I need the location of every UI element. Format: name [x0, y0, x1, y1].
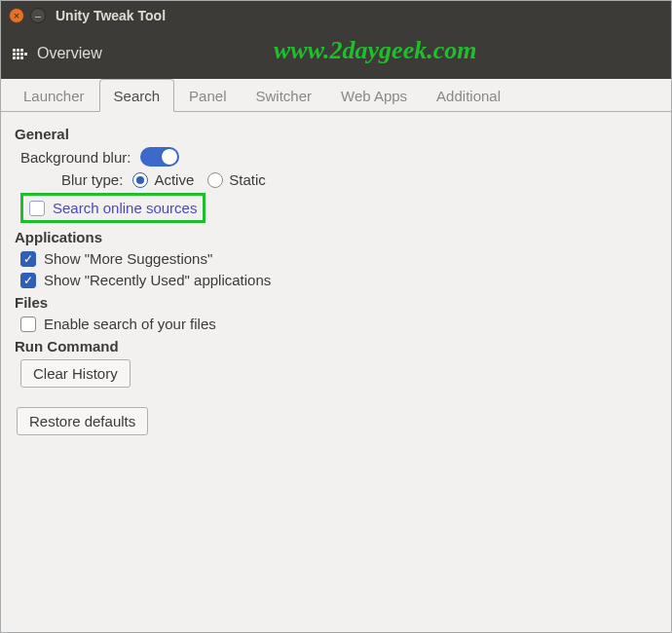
search-online-sources-checkbox[interactable]: Search online sources [29, 200, 197, 216]
overview-button[interactable]: Overview [37, 45, 102, 62]
window: Unity Tweak Tool Overview www.2daygeek.c… [0, 0, 672, 633]
overview-icon[interactable] [13, 49, 27, 59]
highlighted-option: Search online sources [20, 193, 205, 223]
radio-icon [207, 172, 223, 188]
toolbar: Overview www.2daygeek.com [1, 30, 671, 79]
window-title: Unity Tweak Tool [56, 8, 166, 23]
blur-type-static-radio[interactable]: Static [207, 171, 266, 188]
more-suggestions-label: Show "More Suggestions" [44, 250, 212, 267]
tab-panel[interactable]: Panel [174, 79, 241, 111]
background-blur-switch[interactable] [140, 147, 179, 167]
restore-defaults-button[interactable]: Restore defaults [17, 407, 148, 435]
blur-type-static-label: Static [229, 171, 266, 188]
checkbox-icon [29, 201, 45, 216]
blur-type-active-radio[interactable]: Active [132, 171, 194, 188]
titlebar: Unity Tweak Tool [1, 1, 671, 30]
tab-web-apps[interactable]: Web Apps [326, 79, 422, 111]
clear-history-button[interactable]: Clear History [20, 359, 131, 388]
blur-type-active-label: Active [154, 171, 194, 188]
search-online-sources-label: Search online sources [53, 200, 197, 216]
enable-file-search-checkbox[interactable]: Enable search of your files [20, 316, 216, 332]
tab-additional[interactable]: Additional [422, 79, 515, 111]
watermark-text: www.2daygeek.com [274, 36, 476, 65]
enable-file-search-label: Enable search of your files [44, 316, 216, 332]
tab-bar: Launcher Search Panel Switcher Web Apps … [1, 79, 671, 112]
checkbox-icon [20, 316, 36, 332]
more-suggestions-checkbox[interactable]: Show "More Suggestions" [20, 250, 212, 267]
radio-icon [132, 172, 148, 188]
tab-switcher[interactable]: Switcher [241, 79, 326, 111]
recently-used-checkbox[interactable]: Show "Recently Used" applications [20, 272, 271, 288]
recently-used-label: Show "Recently Used" applications [44, 272, 271, 288]
minimize-icon[interactable] [30, 8, 46, 23]
close-icon[interactable] [9, 8, 24, 23]
background-blur-label: Background blur: [20, 149, 131, 166]
section-files: Files [15, 294, 657, 311]
checkbox-icon [20, 251, 36, 267]
section-general: General [15, 126, 657, 142]
checkbox-icon [20, 273, 36, 288]
section-applications: Applications [15, 229, 657, 245]
section-run-command: Run Command [15, 338, 657, 354]
blur-type-label: Blur type: [61, 171, 123, 188]
tab-search[interactable]: Search [99, 79, 175, 112]
tab-launcher[interactable]: Launcher [9, 79, 99, 111]
content-area: General Background blur: Blur type: Acti… [1, 112, 671, 448]
